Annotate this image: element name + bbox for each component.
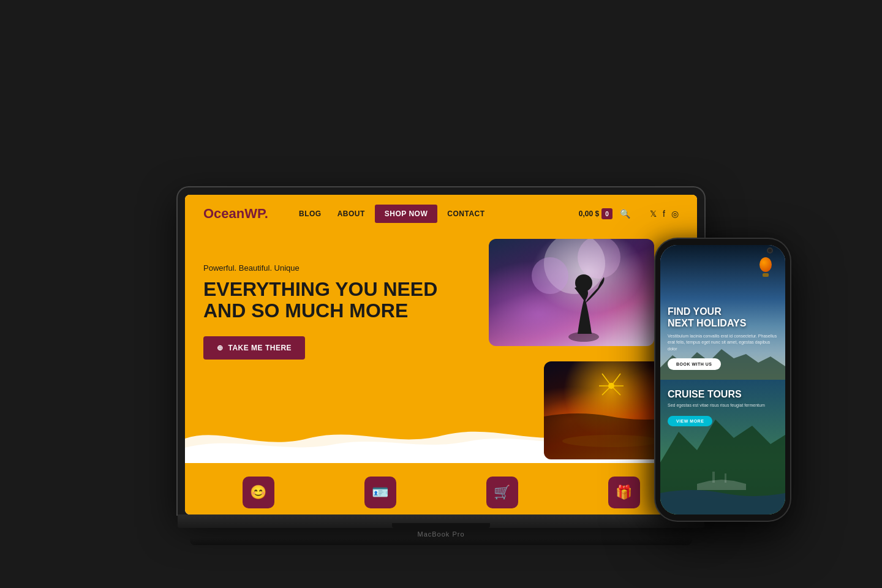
svg-line-7 — [611, 374, 620, 386]
phone-cruise-title: CRUISE TOURS — [660, 380, 785, 402]
laptop-foot — [190, 538, 692, 545]
hero-title-line2: AND SO MUCH MORE — [203, 300, 408, 322]
main-scene: OceanWP. BLOG ABOUT SHOP NOW CONTACT 0,0… — [74, 24, 809, 564]
laptop-base — [178, 514, 704, 528]
shop-cart-icon: 🛒 — [494, 484, 510, 500]
phone-holidays-title-line1: FIND YOUR — [668, 306, 722, 317]
search-icon[interactable]: 🔍 — [620, 209, 630, 219]
feature-icon-cart: 🛒 — [486, 477, 518, 508]
twitter-icon[interactable]: 𝕏 — [650, 209, 657, 219]
nav-shop-now[interactable]: SHOP NOW — [375, 205, 437, 223]
gift-icon: 🎁 — [616, 484, 632, 500]
hero-image-top — [489, 239, 654, 346]
card-icon: 🪪 — [372, 484, 388, 500]
svg-point-1 — [575, 274, 592, 292]
feature-icon-card: 🪪 — [364, 477, 396, 508]
balloon-body — [760, 257, 772, 272]
phone-holidays-section: FIND YOUR NEXT HOLIDAYS Vestibulum lacin… — [660, 245, 785, 380]
happy-icon: 😊 — [250, 484, 266, 500]
feature-icons-row: 😊 🪪 🛒 🎁 — [185, 477, 697, 508]
instagram-icon[interactable]: ◎ — [671, 209, 679, 219]
phone-camera — [767, 247, 773, 254]
logo-text: OceanWP — [203, 206, 265, 221]
balloon-basket — [763, 273, 769, 277]
phone-screen: FIND YOUR NEXT HOLIDAYS Vestibulum lacin… — [660, 245, 785, 514]
logo[interactable]: OceanWP. — [203, 206, 268, 222]
feature-icon-happy: 😊 — [243, 477, 274, 508]
phone-device: FIND YOUR NEXT HOLIDAYS Vestibulum lacin… — [655, 239, 790, 521]
phone-outer: FIND YOUR NEXT HOLIDAYS Vestibulum lacin… — [655, 239, 790, 521]
phone-holidays-title: FIND YOUR NEXT HOLIDAYS — [668, 306, 778, 329]
navigation: OceanWP. BLOG ABOUT SHOP NOW CONTACT 0,0… — [185, 195, 697, 233]
svg-line-11 — [611, 386, 620, 395]
svg-line-6 — [602, 374, 611, 386]
facebook-icon[interactable]: f — [663, 209, 665, 219]
cart-button[interactable]: 0,00 $ 0 — [579, 208, 612, 219]
nav-links: BLOG ABOUT SHOP NOW CONTACT — [293, 205, 579, 223]
hero-tagline: Powerful. Beautiful. Unique — [203, 263, 461, 273]
hero-section: Powerful. Beautiful. Unique EVERYTHING Y… — [185, 233, 697, 514]
phone-holidays-desc: Vestibulum lacinia convallis erat id con… — [668, 333, 778, 353]
phone-holidays-cta[interactable]: BOOK WITH US — [668, 358, 721, 370]
cart-count: 0 — [601, 208, 612, 219]
website-content: OceanWP. BLOG ABOUT SHOP NOW CONTACT 0,0… — [185, 195, 697, 514]
svg-rect-15 — [725, 473, 726, 483]
svg-line-10 — [602, 386, 611, 395]
hero-cta-button[interactable]: ⊕ TAKE ME THERE — [203, 336, 305, 360]
phone-cruise-desc: Sed egestas est vitae risus risus feugia… — [660, 402, 785, 414]
phone-holidays-title-line2: NEXT HOLIDAYS — [668, 318, 746, 328]
phone-cruise-section: CRUISE TOURS Sed egestas est vitae risus… — [660, 380, 785, 514]
svg-rect-14 — [712, 472, 715, 483]
hero-cta-label: TAKE ME THERE — [228, 344, 292, 352]
nav-right: 0,00 $ 0 🔍 𝕏 f ◎ — [579, 208, 679, 219]
feature-icon-gift: 🎁 — [608, 477, 640, 508]
hero-title-line1: EVERYTHING YOU NEED — [203, 278, 437, 300]
laptop-device: OceanWP. BLOG ABOUT SHOP NOW CONTACT 0,0… — [178, 187, 704, 545]
cart-amount: 0,00 $ — [579, 209, 599, 218]
nav-contact[interactable]: CONTACT — [441, 206, 491, 222]
laptop-label: MacBook Pro — [178, 530, 704, 538]
laptop-screen: OceanWP. BLOG ABOUT SHOP NOW CONTACT 0,0… — [185, 195, 697, 514]
hero-text: Powerful. Beautiful. Unique EVERYTHING Y… — [203, 263, 461, 360]
fireworks-image-top — [489, 239, 654, 346]
nav-about[interactable]: ABOUT — [331, 206, 371, 222]
logo-dot: . — [265, 206, 268, 221]
hero-title: EVERYTHING YOU NEED AND SO MUCH MORE — [203, 279, 461, 322]
hot-air-balloon — [758, 257, 773, 277]
social-icons: 𝕏 f ◎ — [650, 209, 679, 219]
hero-cta-icon: ⊕ — [217, 344, 224, 352]
phone-cruise-cta[interactable]: VIEW MORE — [668, 416, 712, 426]
nav-blog[interactable]: BLOG — [293, 206, 328, 222]
